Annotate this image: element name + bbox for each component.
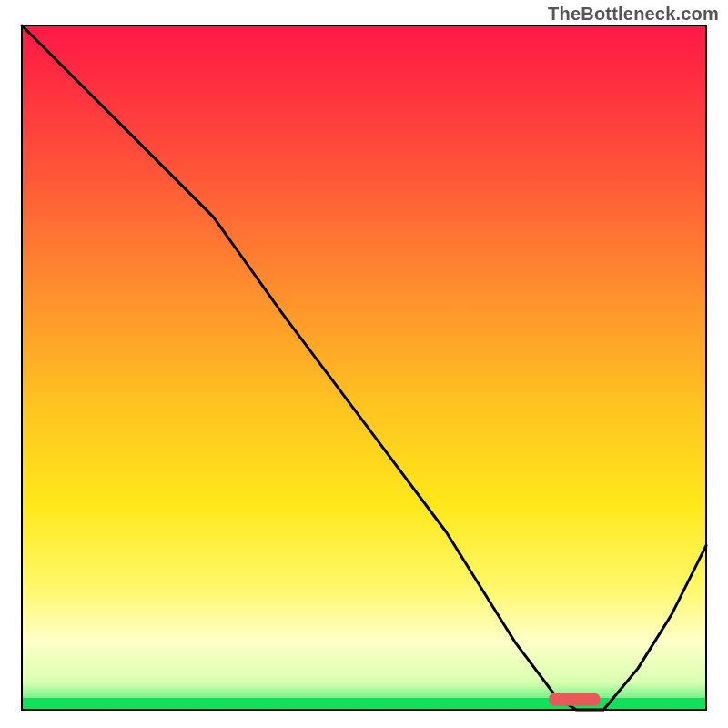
baseline-strip bbox=[23, 698, 705, 709]
optimum-marker bbox=[549, 693, 600, 706]
chart-container: TheBottleneck.com bbox=[0, 0, 728, 728]
bottleneck-chart bbox=[0, 0, 728, 728]
attribution-text: TheBottleneck.com bbox=[548, 4, 719, 25]
